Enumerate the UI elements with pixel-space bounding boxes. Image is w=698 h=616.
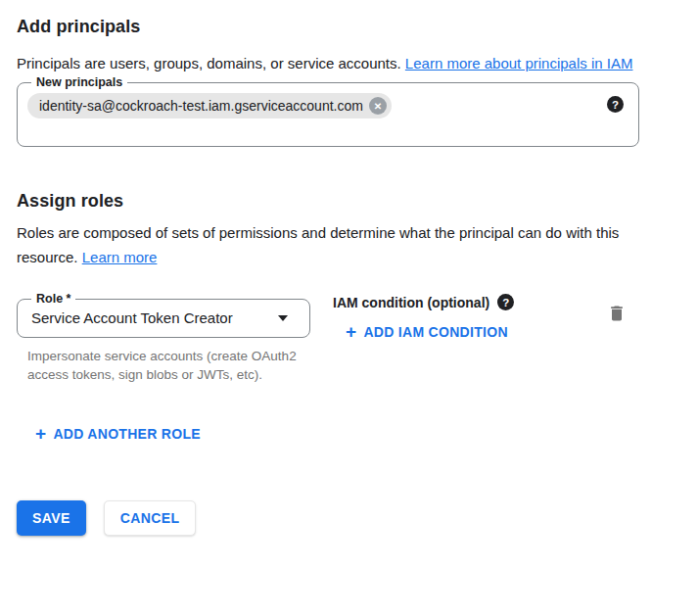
principals-description-text: Principals are users, groups, domains, o… (17, 55, 401, 71)
plus-icon: + (35, 426, 46, 442)
principals-chip-row: identity-sa@cockroach-test.iam.gservicea… (27, 89, 628, 118)
iam-condition-help-icon[interactable]: ? (497, 294, 514, 310)
role-column: Role * Service Account Token Creator Imp… (17, 292, 311, 384)
role-selected-value: Service Account Token Creator (31, 309, 278, 326)
chip-remove-icon[interactable]: ✕ (369, 97, 387, 115)
save-button[interactable]: SAVE (17, 500, 86, 536)
delete-icon (607, 304, 627, 323)
role-select-label: Role * (31, 292, 75, 306)
new-principals-field[interactable]: New principals identity-sa@cockroach-tes… (17, 75, 639, 147)
add-iam-condition-button[interactable]: + ADD IAM CONDITION (346, 324, 508, 340)
principals-description: Principals are users, groups, domains, o… (17, 51, 658, 75)
add-another-role-label: ADD ANOTHER ROLE (53, 426, 201, 442)
assign-roles-title: Assign roles (17, 188, 681, 213)
iam-condition-label-row: IAM condition (optional) ? (333, 294, 514, 310)
roles-description: Roles are composed of sets of permission… (17, 220, 651, 269)
iam-condition-label: IAM condition (optional) (333, 295, 489, 310)
principals-help-icon[interactable]: ? (607, 96, 624, 113)
iam-condition-column: IAM condition (optional) ? + ADD IAM CON… (333, 292, 514, 342)
cancel-button[interactable]: CANCEL (104, 500, 197, 536)
role-select[interactable]: Role * Service Account Token Creator (17, 292, 310, 338)
role-row: Role * Service Account Token Creator Imp… (17, 292, 681, 384)
page-title: Add principals (17, 15, 681, 38)
learn-more-roles-link[interactable]: Learn more (82, 249, 158, 265)
dropdown-caret-icon (278, 315, 288, 321)
principal-chip-text: identity-sa@cockroach-test.iam.gservicea… (39, 98, 363, 114)
delete-role-button[interactable] (607, 304, 627, 326)
role-helper-text: Impersonate service accounts (create OAu… (27, 347, 309, 384)
add-iam-condition-label: ADD IAM CONDITION (363, 324, 507, 340)
plus-icon: + (346, 324, 356, 340)
add-principals-panel: Add principals Principals are users, gro… (0, 0, 698, 536)
role-value-row: Service Account Token Creator (27, 306, 300, 326)
learn-more-principals-link[interactable]: Learn more about principals in IAM (405, 55, 633, 71)
actions-row: SAVE CANCEL (17, 500, 681, 536)
new-principals-label: New principals (31, 75, 127, 89)
add-another-role-button[interactable]: + ADD ANOTHER ROLE (35, 426, 201, 442)
principal-chip[interactable]: identity-sa@cockroach-test.iam.gservicea… (27, 93, 392, 118)
